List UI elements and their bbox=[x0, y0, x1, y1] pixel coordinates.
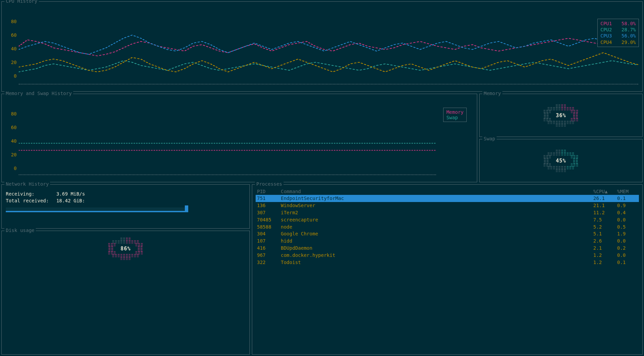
process-cpu: 21.1 bbox=[593, 202, 617, 209]
process-pid: 416 bbox=[257, 245, 281, 251]
processes-panel: Processes PID Command %CPU▲ %MEM 751Endp… bbox=[252, 184, 643, 355]
processes-header[interactable]: PID Command %CPU▲ %MEM bbox=[256, 188, 639, 195]
y-tick: 0 bbox=[14, 166, 17, 171]
cpu-legend-value: 56.0% bbox=[619, 33, 636, 39]
process-cpu: 5.1 bbox=[593, 231, 617, 237]
process-row[interactable]: 70485screencapture7.50.0 bbox=[256, 216, 639, 223]
process-cpu: 5.2 bbox=[593, 224, 617, 230]
mem-legend-row: Memory bbox=[446, 109, 464, 115]
process-command: WindowServer bbox=[281, 202, 593, 209]
processes-body: 751EndpointSecurityforMac26.10.1136Windo… bbox=[256, 195, 639, 266]
y-tick: 80 bbox=[11, 111, 17, 117]
mem-legend: MemorySwap bbox=[443, 108, 467, 122]
swap-gauge-panel: Swap ⣿⣿⣿⣿ ⣿⣿⣿⣿⣿⣿⣿⣿⣿⣿ ⣿⣿⣿ ⣿⣿⣿ ⣿⣿ ⣿⣿ ⣿⣿ ⣿⣿… bbox=[479, 139, 643, 182]
series-CPU3 bbox=[19, 35, 638, 54]
process-pid: 58588 bbox=[257, 224, 281, 230]
process-mem: 0.4 bbox=[617, 210, 638, 216]
process-pid: 107 bbox=[257, 238, 281, 244]
process-command: com.docker.hyperkit bbox=[281, 252, 593, 259]
process-pid: 136 bbox=[257, 202, 281, 209]
process-pid: 322 bbox=[257, 259, 281, 266]
processes-header-cpu[interactable]: %CPU▲ bbox=[593, 189, 617, 194]
process-row[interactable]: 751EndpointSecurityforMac26.10.1 bbox=[256, 195, 639, 202]
mem-chart-svg bbox=[19, 100, 436, 179]
cpu-legend-name: CPU1 bbox=[600, 20, 615, 27]
process-cpu: 2.6 bbox=[593, 238, 617, 244]
process-cpu: 7.5 bbox=[593, 217, 617, 223]
process-row[interactable]: 58588node5.20.5 bbox=[256, 223, 639, 231]
mem-baseline bbox=[19, 174, 436, 175]
cpu-legend-value: 58.0% bbox=[619, 20, 636, 27]
cpu-baseline bbox=[19, 84, 638, 84]
process-command: screencapture bbox=[281, 217, 593, 223]
network-history-title: Network History bbox=[4, 181, 50, 187]
processes-title: Processes bbox=[255, 181, 284, 187]
processes-header-mem[interactable]: %MEM bbox=[617, 189, 638, 194]
network-receiving-line: Receiving: 3.69 MiB/s bbox=[6, 191, 245, 198]
cpu-legend-row: CPU228.7% bbox=[600, 27, 636, 33]
y-tick: 80 bbox=[11, 19, 17, 24]
memory-gauge: ⣿⣿⣿⣿ ⣿⣿⣿⣿⣿⣿⣿⣿⣿⣿ ⣿⣿⣿ ⣿⣿⣿ ⣿⣿ ⣿⣿ ⣿⣿ ⣿⣿ ⣿⣿⣿ … bbox=[540, 105, 582, 126]
cpu-legend-name: CPU4 bbox=[600, 39, 615, 45]
memory-history-panel: Memory and Swap History 806040200 Memory… bbox=[1, 94, 477, 182]
memory-gauge-panel: Memory ⣿⣿⣿⣿ ⣿⣿⣿⣿⣿⣿⣿⣿⣿⣿ ⣿⣿⣿ ⣿⣿⣿ ⣿⣿ ⣿⣿ ⣿⣿ … bbox=[479, 94, 643, 137]
network-receiving-value: 3.69 MiB/s bbox=[56, 191, 85, 197]
cpu-legend-value: 28.7% bbox=[619, 27, 636, 33]
process-mem: 0.1 bbox=[617, 259, 638, 266]
process-pid: 304 bbox=[257, 231, 281, 237]
process-mem: 0.0 bbox=[617, 252, 638, 259]
series-CPU4 bbox=[19, 53, 638, 72]
network-bar bbox=[6, 207, 186, 212]
mem-chart-area bbox=[19, 100, 436, 179]
y-tick: 40 bbox=[11, 138, 17, 144]
cpu-legend-row: CPU356.0% bbox=[600, 33, 636, 39]
cpu-history-title: CPU History bbox=[4, 0, 39, 4]
process-command: BDUpdDaemon bbox=[281, 245, 593, 251]
cpu-legend-row: CPU429.0% bbox=[600, 39, 636, 45]
network-total-label: Total received: bbox=[6, 198, 53, 204]
network-history-panel: Network History Receiving: 3.69 MiB/s To… bbox=[1, 184, 250, 229]
gauge-value: 45% bbox=[556, 159, 566, 162]
cpu-y-axis: 806040200 bbox=[6, 8, 17, 88]
process-pid: 70485 bbox=[257, 217, 281, 223]
memory-gauge-title: Memory bbox=[482, 91, 502, 96]
process-row[interactable]: 107hidd2.60.0 bbox=[256, 237, 639, 245]
process-command: node bbox=[281, 224, 593, 230]
process-mem: 0.0 bbox=[617, 238, 638, 244]
disk-gauge: ⣿⣿⣿⣿ ⣿⣿⣿⣿⣿⣿⣿⣿⣿⣿ ⣿⣿⣿ ⣿⣿⣿ ⣿⣿ ⣿⣿ ⣿⣿ ⣿⣿ ⣿⣿⣿ … bbox=[105, 238, 146, 260]
process-mem: 0.1 bbox=[617, 195, 638, 202]
cpu-legend: CPU158.0%CPU228.7%CPU356.0%CPU429.0% bbox=[597, 19, 639, 47]
processes-header-cmd[interactable]: Command bbox=[281, 189, 593, 194]
y-tick: 20 bbox=[11, 152, 17, 157]
process-pid: 307 bbox=[257, 210, 281, 216]
process-cpu: 1.2 bbox=[593, 252, 617, 259]
process-row[interactable]: 416BDUpdDaemon2.10.2 bbox=[256, 245, 639, 252]
cpu-history-panel: CPU History 806040200 CPU158.0%CPU228.7%… bbox=[1, 1, 643, 92]
processes-header-pid[interactable]: PID bbox=[257, 189, 281, 194]
process-pid: 751 bbox=[257, 195, 281, 202]
disk-usage-title: Disk usage bbox=[4, 228, 36, 233]
mem-legend-row: Swap bbox=[446, 115, 464, 120]
process-mem: 0.5 bbox=[617, 224, 638, 230]
cpu-legend-value: 29.0% bbox=[619, 39, 636, 45]
process-cpu: 26.1 bbox=[593, 195, 617, 202]
cpu-legend-name: CPU3 bbox=[600, 33, 615, 39]
process-row[interactable]: 967com.docker.hyperkit1.20.0 bbox=[256, 252, 639, 259]
y-tick: 20 bbox=[11, 60, 17, 65]
process-row[interactable]: 307iTerm211.20.4 bbox=[256, 209, 639, 216]
process-command: Google Chrome bbox=[281, 231, 593, 237]
process-mem: 0.2 bbox=[617, 245, 638, 251]
process-row[interactable]: 322Todoist1.20.1 bbox=[256, 259, 639, 266]
disk-usage-panel: Disk usage ⣿⣿⣿⣿ ⣿⣿⣿⣿⣿⣿⣿⣿⣿⣿ ⣿⣿⣿ ⣿⣿⣿ ⣿⣿ ⣿⣿… bbox=[1, 231, 250, 355]
process-mem: 0.0 bbox=[617, 217, 638, 223]
process-mem: 0.9 bbox=[617, 202, 638, 209]
cpu-chart-svg bbox=[19, 8, 638, 88]
process-row[interactable]: 304Google Chrome5.11.9 bbox=[256, 230, 639, 237]
network-total-line: Total received: 18.42 GiB: bbox=[6, 198, 245, 204]
process-pid: 967 bbox=[257, 252, 281, 259]
swap-gauge: ⣿⣿⣿⣿ ⣿⣿⣿⣿⣿⣿⣿⣿⣿⣿ ⣿⣿⣿ ⣿⣿⣿ ⣿⣿ ⣿⣿ ⣿⣿ ⣿⣿ ⣿⣿⣿ … bbox=[540, 150, 582, 172]
process-command: EndpointSecurityforMac bbox=[281, 195, 593, 202]
swap-gauge-title: Swap bbox=[482, 136, 497, 141]
process-row[interactable]: 136WindowServer21.10.9 bbox=[256, 202, 639, 209]
process-command: hidd bbox=[281, 238, 593, 244]
